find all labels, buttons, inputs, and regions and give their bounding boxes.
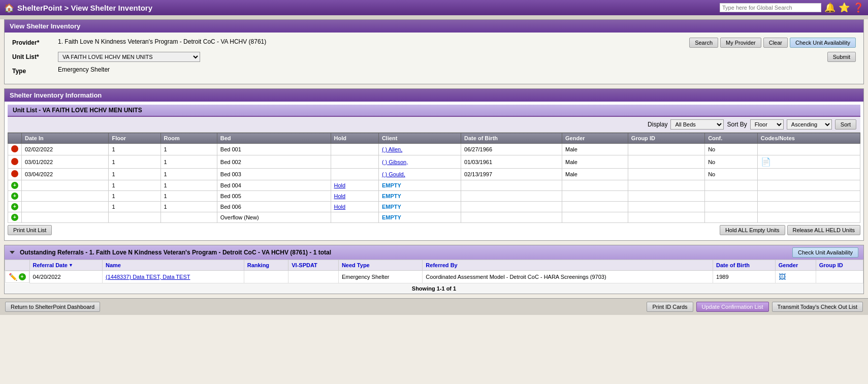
cell-room: 1 (160, 191, 217, 202)
collapse-icon[interactable] (10, 251, 15, 254)
cell-client: EMPTY (378, 191, 461, 202)
green-plus-icon[interactable]: + (11, 214, 18, 221)
cell-bed: Bed 004 (217, 180, 331, 191)
my-provider-button[interactable]: My Provider (720, 38, 761, 48)
cell-room: 1 (160, 202, 217, 212)
star-icon[interactable]: ⭐ (839, 2, 850, 13)
col-client: Client (378, 133, 461, 144)
hold-link[interactable]: Hold (334, 182, 346, 188)
cell-room: 1 (160, 155, 217, 169)
referral-header-text: Outstanding Referrals - 1. Faith Love N … (20, 249, 331, 256)
print-id-cards-button[interactable]: Print ID Cards (647, 302, 693, 312)
check-unit-availability-button[interactable]: Check Unit Availability (790, 38, 856, 48)
cell-conf (705, 202, 758, 212)
provider-text: 1. Faith Love N Kindness Veteran's Progr… (58, 38, 266, 45)
cell-dob (461, 180, 562, 191)
hold-link[interactable]: Hold (334, 204, 346, 210)
row-icon-cell (8, 169, 22, 180)
table-row: 02/02/202211Bed 001( ) Allen,06/27/1966M… (8, 144, 860, 155)
gender-icon[interactable]: 🖼 (779, 273, 786, 281)
unit-list-label: Unit List* (12, 52, 53, 60)
green-plus-icon[interactable]: + (11, 182, 18, 189)
green-plus-icon[interactable]: + (11, 203, 18, 210)
provider-row: Provider* 1. Faith Love N Kindness Veter… (12, 38, 856, 48)
cell-room (160, 212, 217, 223)
search-button[interactable]: Search (689, 38, 718, 48)
col-bed: Bed (217, 133, 331, 144)
cell-gender (562, 202, 628, 212)
referral-date-sort-arrow: ▼ (69, 263, 73, 268)
hold-all-empty-button[interactable]: Hold ALL Empty Units (720, 225, 785, 235)
transmit-checkout-button[interactable]: Transmit Today's Check Out List (772, 302, 863, 312)
cell-bed: Bed 006 (217, 202, 331, 212)
ref-col-dob[interactable]: Date of Birth (713, 260, 776, 271)
print-unit-list-button[interactable]: Print Unit List (8, 225, 52, 235)
cell-date-in: 03/04/2022 (22, 169, 109, 180)
col-conf: Conf. (705, 133, 758, 144)
help-icon[interactable]: ❓ (853, 2, 864, 13)
submit-button[interactable]: Submit (827, 52, 856, 62)
empty-label: EMPTY (382, 182, 401, 188)
sort-by-select[interactable]: Floor Room Bed Date In (750, 119, 784, 130)
global-search-input[interactable] (720, 3, 821, 12)
hold-link[interactable]: Hold (334, 193, 346, 199)
red-circle-icon[interactable] (11, 145, 18, 152)
ref-col-gender[interactable]: Gender (775, 260, 816, 271)
release-all-held-button[interactable]: Release ALL HELD Units (787, 225, 861, 235)
green-plus-icon[interactable]: + (11, 193, 18, 200)
footer-right-buttons: Print ID Cards Update Confirmation List … (647, 302, 863, 312)
col-gender: Gender (562, 133, 628, 144)
return-dashboard-button[interactable]: Return to ShelterPoint Dashboard (5, 302, 100, 312)
cell-floor: 1 (109, 180, 160, 191)
clear-button[interactable]: Clear (763, 38, 788, 48)
ref-col-date[interactable]: Referral Date ▼ (29, 260, 102, 271)
cell-hold (331, 212, 378, 223)
edit-icon[interactable]: ✏️ (9, 273, 17, 281)
ref-cell-referred-by: Coordinated Assessment Model - Detroit C… (423, 271, 713, 283)
col-date-in: Date In (22, 133, 109, 144)
cell-group-id (628, 155, 704, 169)
update-confirmation-button[interactable]: Update Confirmation List (696, 302, 769, 312)
ref-cell-ranking (244, 271, 288, 283)
cell-bed: Bed 003 (217, 169, 331, 180)
ref-col-needtype[interactable]: Need Type (338, 260, 422, 271)
ref-col-name[interactable]: Name (102, 260, 244, 271)
ref-cell-dob: 1989 (713, 271, 776, 283)
red-circle-icon[interactable] (11, 170, 18, 177)
alert-icon[interactable]: 🔔 (824, 2, 835, 13)
ref-col-referredby[interactable]: Referred By (423, 260, 713, 271)
ref-col-groupid[interactable]: Group ID (816, 260, 863, 271)
sort-order-select[interactable]: Ascending Descending (787, 119, 832, 130)
header-icons: 🔔 ⭐ ❓ (720, 2, 864, 13)
red-circle-icon[interactable] (11, 158, 18, 165)
referral-name-link[interactable]: (1448337) Data TEST, Data TEST (106, 274, 190, 280)
provider-value: 1. Faith Love N Kindness Veteran's Progr… (58, 38, 684, 46)
cell-conf (705, 180, 758, 191)
cell-hold: Hold (331, 202, 378, 212)
app-title: 🏠 ShelterPoint > View Shelter Inventory (4, 3, 152, 13)
cell-floor: 1 (109, 169, 160, 180)
cell-gender: Male (562, 144, 628, 155)
cell-hold (331, 169, 378, 180)
sort-button[interactable]: Sort (835, 119, 856, 130)
unit-list-select[interactable]: VA FAITH LOVE HCHV MEN UNITS (58, 52, 200, 62)
cell-gender: Male (562, 169, 628, 180)
display-select[interactable]: All Beds Empty Beds Occupied Beds (670, 119, 724, 130)
cell-dob: 01/03/1961 (461, 155, 562, 169)
cell-codes (757, 144, 860, 155)
cell-dob (461, 202, 562, 212)
cell-floor: 1 (109, 144, 160, 155)
row-icon-cell: + (8, 212, 22, 223)
ref-col-vispdat[interactable]: VI-SPDAT (288, 260, 339, 271)
referral-check-unit-button[interactable]: Check Unit Availability (792, 247, 858, 258)
client-link[interactable]: ( ) Allen, (382, 146, 402, 152)
unit-list-value: VA FAITH LOVE HCHV MEN UNITS (58, 52, 822, 62)
cell-client: ( ) Gould, (378, 169, 461, 180)
client-link[interactable]: ( ) Gibson, (382, 159, 408, 165)
ref-col-ranking[interactable]: Ranking (244, 260, 288, 271)
col-room: Room (160, 133, 217, 144)
file-icon[interactable]: 📄 (761, 157, 771, 166)
add-icon[interactable]: + (19, 273, 26, 280)
client-link[interactable]: ( ) Gould, (382, 171, 405, 177)
cell-hold (331, 155, 378, 169)
